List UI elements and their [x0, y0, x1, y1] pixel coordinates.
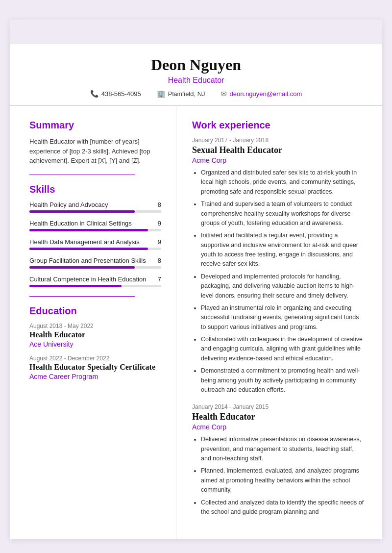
skill-bar-fill: [29, 266, 135, 269]
bullet-item: Organized and distributed safer sex kits…: [201, 168, 365, 197]
skills-title: Skills: [29, 184, 161, 195]
work-list: January 2017 - January 2018 Sexual Healt…: [192, 137, 365, 517]
email-icon: ✉: [221, 90, 227, 98]
skill-item: Health Policy and Advocacy 8: [29, 201, 161, 213]
work-title: Work experience: [192, 120, 365, 131]
bullet-item: Developed and implemented protocols for …: [201, 272, 365, 301]
skills-section: Skills Health Policy and Advocacy 8 Heal…: [29, 184, 161, 287]
location-contact: 🏢 Plainfield, NJ: [157, 90, 205, 98]
skill-header: Health Data Management and Analysis 9: [29, 238, 161, 246]
edu-date: August 2018 - May 2022: [29, 323, 161, 329]
bullet-item: Collected and analyzed data to identify …: [201, 498, 365, 517]
summary-section: Summary Health Educator with [number of …: [29, 120, 161, 166]
skill-header: Health Policy and Advocacy 8: [29, 201, 161, 208]
skills-divider: [29, 296, 135, 297]
edu-school: Acme Career Program: [29, 373, 161, 380]
skill-item: Group Facilitation and Presentation Skil…: [29, 257, 161, 269]
phone-icon: 📞: [90, 90, 98, 98]
skill-score: 8: [158, 201, 161, 208]
skill-name: Cultural Competence in Health Education: [29, 276, 146, 283]
bullet-item: Collaborated with colleagues in the deve…: [201, 335, 365, 363]
skill-score: 7: [158, 276, 161, 283]
education-list: August 2018 - May 2022 Health Educator A…: [29, 323, 161, 380]
location-icon: 🏢: [157, 90, 165, 98]
bullet-item: Delivered informative presentations on d…: [201, 435, 365, 463]
bullet-item: Played an instrumental role in organizin…: [201, 303, 365, 332]
work-date: January 2014 - January 2015: [192, 403, 365, 410]
work-job-title: Health Educator: [192, 412, 365, 422]
education-item: August 2022 - December 2022 Health Educa…: [29, 355, 161, 380]
header-banner: [10, 20, 382, 44]
skill-item: Cultural Competence in Health Education …: [29, 276, 161, 287]
skill-bar-bg: [29, 248, 161, 250]
header-section: Deon Nguyen Health Educator 📞 438-565-40…: [10, 44, 382, 106]
main-content: Summary Health Educator with [number of …: [10, 106, 382, 539]
skill-bar-bg: [29, 285, 161, 287]
candidate-name: Deon Nguyen: [29, 56, 363, 74]
skill-header: Cultural Competence in Health Education …: [29, 276, 161, 283]
left-column: Summary Health Educator with [number of …: [10, 106, 176, 539]
work-date: January 2017 - January 2018: [192, 137, 365, 144]
skill-header: Health Education in Clinical Settings 9: [29, 220, 161, 227]
skill-item: Health Data Management and Analysis 9: [29, 238, 161, 250]
skill-bar-bg: [29, 229, 161, 231]
skill-score: 9: [158, 238, 161, 246]
bullet-item: Demonstrated a commitment to promoting h…: [201, 366, 365, 395]
skill-bar-fill: [29, 248, 148, 250]
work-company: Acme Corp: [192, 423, 365, 431]
email-address[interactable]: deon.nguyen@email.com: [230, 90, 302, 98]
skill-score: 8: [158, 257, 161, 264]
skill-name: Health Data Management and Analysis: [29, 238, 140, 246]
work-bullets-list: Delivered informative presentations on d…: [192, 435, 365, 517]
education-title: Education: [29, 305, 161, 317]
skill-header: Group Facilitation and Presentation Skil…: [29, 257, 161, 264]
skill-name: Group Facilitation and Presentation Skil…: [29, 257, 146, 264]
email-contact: ✉ deon.nguyen@email.com: [221, 90, 302, 98]
resume-page: Deon Nguyen Health Educator 📞 438-565-40…: [10, 20, 382, 539]
skill-bar-fill: [29, 229, 148, 231]
candidate-title: Health Educator: [29, 76, 363, 85]
skill-score: 9: [158, 220, 161, 227]
skill-name: Health Education in Clinical Settings: [29, 220, 132, 227]
bullet-item: Trained and supervised a team of volunte…: [201, 200, 365, 228]
skill-bar-fill: [29, 210, 135, 213]
edu-school: Ace University: [29, 340, 161, 348]
skill-name: Health Policy and Advocacy: [29, 201, 108, 208]
work-bullets-list: Organized and distributed safer sex kits…: [192, 168, 365, 395]
skill-item: Health Education in Clinical Settings 9: [29, 220, 161, 231]
edu-degree: Health Educator: [29, 330, 161, 339]
skill-bar-bg: [29, 210, 161, 213]
edu-date: August 2022 - December 2022: [29, 355, 161, 362]
skill-bar-fill: [29, 285, 122, 287]
work-section: Work experience January 2017 - January 2…: [192, 120, 365, 517]
edu-degree: Health Educator Specialty Certificate: [29, 363, 161, 372]
education-section: Education August 2018 - May 2022 Health …: [29, 305, 161, 380]
right-column: Work experience January 2017 - January 2…: [176, 106, 382, 539]
location-text: Plainfield, NJ: [168, 90, 205, 98]
contact-row: 📞 438-565-4095 🏢 Plainfield, NJ ✉ deon.n…: [29, 90, 363, 98]
skill-bar-bg: [29, 266, 161, 269]
work-company: Acme Corp: [192, 156, 365, 164]
bullet-item: Initiated and facilitated a regular even…: [201, 231, 365, 269]
skills-list: Health Policy and Advocacy 8 Health Educ…: [29, 201, 161, 287]
summary-text: Health Educator with [number of years] e…: [29, 137, 161, 166]
summary-title: Summary: [29, 120, 161, 131]
phone-contact: 📞 438-565-4095: [90, 90, 141, 98]
work-item: January 2014 - January 2015 Health Educa…: [192, 403, 365, 517]
phone-number: 438-565-4095: [101, 90, 141, 98]
bullet-item: Planned, implemented, evaluated, and ana…: [201, 466, 365, 495]
work-job-title: Sexual Health Educator: [192, 145, 365, 155]
summary-divider: [29, 175, 135, 175]
work-item: January 2017 - January 2018 Sexual Healt…: [192, 137, 365, 395]
education-item: August 2018 - May 2022 Health Educator A…: [29, 323, 161, 348]
